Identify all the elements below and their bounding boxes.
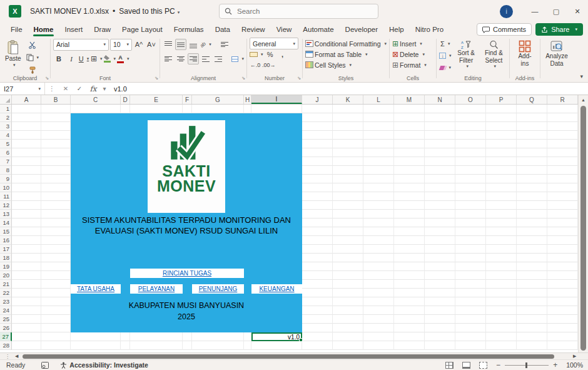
cell-M13[interactable] (394, 210, 425, 218)
cell-K27[interactable] (333, 332, 363, 341)
clear-button[interactable]: ▾ (439, 62, 452, 73)
cell-N24[interactable] (425, 306, 455, 315)
cell-L18[interactable] (363, 254, 394, 262)
cell-J10[interactable] (302, 183, 333, 192)
cell-P5[interactable] (486, 140, 517, 148)
cell-M17[interactable] (394, 245, 425, 254)
cell-O8[interactable] (455, 166, 486, 175)
cell-B14[interactable] (41, 218, 71, 227)
cell-A6[interactable] (12, 148, 41, 157)
cell-B10[interactable] (41, 183, 71, 192)
zoom-out-button[interactable]: − (496, 361, 500, 369)
cell-J17[interactable] (302, 245, 333, 254)
cell-M28[interactable] (394, 341, 425, 350)
cell-M2[interactable] (394, 113, 425, 122)
cell-N8[interactable] (425, 166, 455, 175)
column-header-B[interactable]: B (41, 95, 71, 104)
align-middle-button[interactable] (175, 39, 186, 50)
cell-N21[interactable] (425, 280, 455, 289)
cell-N26[interactable] (425, 324, 455, 332)
row-header-20[interactable]: 20 (0, 271, 12, 280)
cell-R20[interactable] (547, 271, 578, 280)
cell-R24[interactable] (547, 306, 578, 315)
cell-M14[interactable] (394, 218, 425, 227)
fill-button[interactable]: ↓▾ (439, 50, 452, 61)
cell-A14[interactable] (12, 218, 41, 227)
cell-O9[interactable] (455, 175, 486, 183)
cell-F1[interactable] (183, 105, 192, 113)
orientation-button[interactable]: ab▾ (200, 39, 211, 50)
cell-F27[interactable] (183, 332, 192, 341)
collapse-ribbon-button[interactable]: ▾ (580, 73, 583, 80)
cell-F28[interactable] (183, 341, 192, 350)
decrease-decimal-button[interactable]: .00→ (262, 59, 276, 71)
confirm-entry-icon[interactable]: ✓ (73, 85, 86, 92)
font-family-select[interactable]: Arial▾ (53, 39, 109, 51)
cell-M9[interactable] (394, 175, 425, 183)
cell-B17[interactable] (41, 245, 71, 254)
sheet-tab-splitter[interactable]: ⋮ (5, 354, 10, 359)
scroll-up-icon[interactable]: ▲ (579, 95, 588, 105)
tab-help[interactable]: Help (383, 24, 410, 35)
name-box-splitter[interactable]: ⋮ (45, 85, 59, 92)
cell-A18[interactable] (12, 254, 41, 262)
cell-P24[interactable] (486, 306, 517, 315)
cell-L14[interactable] (363, 218, 394, 227)
selected-cell-I27[interactable]: v1.0 (251, 332, 302, 341)
clipboard-dialog-launcher[interactable]: ⇘ (45, 76, 49, 81)
cell-R12[interactable] (547, 201, 578, 210)
cell-A21[interactable] (12, 280, 41, 289)
row-header-15[interactable]: 15 (0, 227, 12, 236)
cell-L24[interactable] (363, 306, 394, 315)
cell-N18[interactable] (425, 254, 455, 262)
cell-L16[interactable] (363, 236, 394, 245)
cell-C27[interactable] (71, 332, 121, 341)
cell-K17[interactable] (333, 245, 363, 254)
cell-B28[interactable] (41, 341, 71, 350)
cell-J22[interactable] (302, 289, 333, 297)
row-header-14[interactable]: 14 (0, 218, 12, 227)
cell-A3[interactable] (12, 122, 41, 131)
cell-M6[interactable] (394, 148, 425, 157)
row-header-26[interactable]: 26 (0, 324, 12, 332)
close-button[interactable]: ✕ (567, 0, 588, 23)
cell-J7[interactable] (302, 157, 333, 166)
cell-P7[interactable] (486, 157, 517, 166)
cell-O26[interactable] (455, 324, 486, 332)
cell-O7[interactable] (455, 157, 486, 166)
cell-P9[interactable] (486, 175, 517, 183)
cell-B16[interactable] (41, 236, 71, 245)
cell-J13[interactable] (302, 210, 333, 218)
cell-Q26[interactable] (517, 324, 547, 332)
cell-M19[interactable] (394, 262, 425, 271)
cell-N23[interactable] (425, 297, 455, 306)
cell-J3[interactable] (302, 122, 333, 131)
cell-R23[interactable] (547, 297, 578, 306)
cell-E28[interactable] (130, 341, 183, 350)
cell-L12[interactable] (363, 201, 394, 210)
cell-R22[interactable] (547, 289, 578, 297)
cell-K5[interactable] (333, 140, 363, 148)
cell-D27[interactable] (121, 332, 130, 341)
cell-Q27[interactable] (517, 332, 547, 341)
comma-style-button[interactable]: , (277, 49, 288, 60)
cell-Q11[interactable] (517, 192, 547, 201)
cell-R11[interactable] (547, 192, 578, 201)
cell-B23[interactable] (41, 297, 71, 306)
cell-J9[interactable] (302, 175, 333, 183)
cell-O6[interactable] (455, 148, 486, 157)
row-header-13[interactable]: 13 (0, 210, 12, 218)
cell-P14[interactable] (486, 218, 517, 227)
copy-button[interactable]: ▾ (26, 52, 39, 63)
cell-P28[interactable] (486, 341, 517, 350)
cell-H27[interactable] (244, 332, 251, 341)
cell-J5[interactable] (302, 140, 333, 148)
cell-J25[interactable] (302, 315, 333, 324)
cell-G1[interactable] (192, 105, 244, 113)
cell-Q23[interactable] (517, 297, 547, 306)
cell-I1[interactable] (251, 105, 302, 113)
cell-P8[interactable] (486, 166, 517, 175)
cell-A9[interactable] (12, 175, 41, 183)
cell-P16[interactable] (486, 236, 517, 245)
cell-A17[interactable] (12, 245, 41, 254)
